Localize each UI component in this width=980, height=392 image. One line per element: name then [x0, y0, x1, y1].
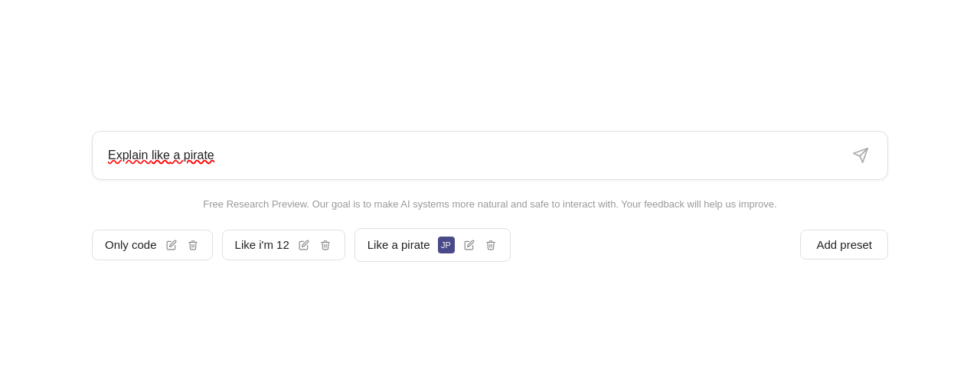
edit-preset-like-a-pirate[interactable]	[462, 238, 476, 252]
main-container: Explain like a pirate Free Research Prev…	[92, 131, 888, 262]
preset-item-like-a-pirate: Like a pirate JP	[354, 228, 511, 262]
delete-preset-like-a-pirate[interactable]	[484, 238, 498, 252]
preset-label-like-im-12: Like i'm 12	[235, 238, 289, 251]
preset-item-like-im-12: Like i'm 12	[222, 230, 345, 260]
edit-preset-like-im-12[interactable]	[297, 238, 311, 252]
input-box: Explain like a pirate	[92, 131, 888, 180]
preset-item-only-code: Only code	[92, 230, 213, 260]
preset-label-like-a-pirate: Like a pirate	[368, 238, 430, 251]
preset-label-only-code: Only code	[105, 238, 157, 251]
footer-text: Free Research Preview. Our goal is to ma…	[203, 198, 776, 210]
presets-row: Only code Like i'm 12	[92, 228, 888, 262]
edit-preset-only-code[interactable]	[165, 238, 178, 252]
add-preset-button[interactable]: Add preset	[800, 230, 888, 260]
chat-input[interactable]: Explain like a pirate	[108, 149, 849, 162]
delete-preset-only-code[interactable]	[186, 238, 200, 252]
delete-preset-like-im-12[interactable]	[318, 238, 332, 252]
preset-badge-like-a-pirate: JP	[438, 237, 455, 253]
send-button[interactable]	[849, 144, 872, 167]
